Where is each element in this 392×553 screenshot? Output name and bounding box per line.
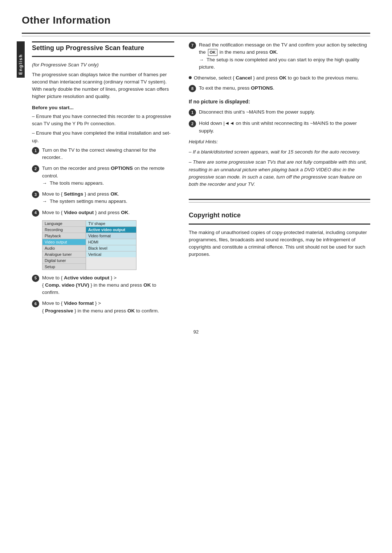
- step-8-content: To exit the menu, press OPTIONS.: [199, 85, 370, 92]
- menu-left-digital-tuner: Digital tuner: [42, 258, 86, 264]
- step-7: 7 Read the notification message on the T…: [189, 41, 370, 71]
- if-no-picture-heading: If no picture is displayed:: [189, 98, 370, 106]
- step-3: 3 Move to { Settings } and press OK. → T…: [32, 191, 174, 205]
- step-6: 6 Move to { Video format } > { Progressi…: [32, 300, 174, 315]
- step-1-content: Turn on the TV to the correct viewing ch…: [42, 147, 174, 161]
- menu-right-active-video-output: Active video output: [86, 227, 136, 233]
- step-7-number: 7: [189, 42, 196, 49]
- if-no-picture-step-2: 2 Hold down |◄◄ on this unit whilst reco…: [189, 120, 370, 135]
- step-4-content: Move to { Video output } and press OK.: [42, 209, 174, 216]
- menu-right-video-format: Video format: [86, 233, 136, 239]
- step-8: 8 To exit the menu, press OPTIONS.: [189, 85, 370, 92]
- step-2-number: 2: [32, 165, 39, 172]
- step-5: 5 Move to { Active video output } > { Co…: [32, 274, 174, 296]
- menu-right-black-level: Black level: [86, 245, 136, 251]
- step-1: 1 Turn on the TV to the correct viewing …: [32, 147, 174, 161]
- helpful-hints-line2: – There are some progressive scan TVs th…: [189, 159, 370, 188]
- if-no-picture-step-1-number: 1: [189, 109, 196, 116]
- section-heading-divider-bottom: [32, 56, 174, 57]
- if-no-picture-section: If no picture is displayed: 1 Disconnect…: [189, 98, 370, 135]
- step-7-content: Read the notification message on the TV …: [199, 41, 370, 71]
- before-start-label: Before you start...: [32, 104, 174, 111]
- step-3-number: 3: [32, 191, 39, 198]
- if-no-picture-step-1-content: Disconnect this unit's ~MAINS from the p…: [199, 108, 370, 116]
- step-4: 4 Move to { Video output } and press OK.: [32, 209, 174, 217]
- if-no-picture-step-2-number: 2: [189, 120, 196, 127]
- helpful-hints-line1: – If a blank/distorted screen appears, w…: [189, 148, 370, 156]
- ok-box: OK: [208, 49, 218, 56]
- menu-left-recording: Recording: [42, 227, 86, 233]
- if-no-picture-step-2-content: Hold down |◄◄ on this unit whilst reconn…: [199, 120, 370, 135]
- title-divider-thin: [22, 36, 370, 36]
- step-5-content: Move to { Active video output } > { Comp…: [42, 274, 174, 296]
- helpful-hints-section: Helpful Hints: – If a blank/distorted sc…: [189, 138, 370, 188]
- right-column: 7 Read the notification message on the T…: [189, 41, 370, 318]
- otherwise-bullet: Otherwise, select { Cancel } and press O…: [189, 74, 370, 82]
- menu-left-setup: Setup: [42, 264, 86, 270]
- two-col-layout: English Setting up Progressive Scan feat…: [22, 41, 370, 318]
- dash-item-2: – Ensure that you have completed the ini…: [32, 130, 174, 144]
- copyright-section: Copyright notice The making of unauthori…: [189, 211, 370, 258]
- helpful-hints-title: Helpful Hints:: [189, 138, 370, 146]
- step-1-number: 1: [32, 147, 39, 154]
- left-column: English Setting up Progressive Scan feat…: [22, 41, 174, 318]
- section-heading-divider-top: [32, 41, 174, 42]
- step-4-number: 4: [32, 209, 39, 217]
- menu-right-tv-shape: TV shape: [86, 221, 136, 227]
- step-8-number: 8: [189, 85, 196, 92]
- step-2-content: Turn on the recorder and press OPTIONS o…: [42, 165, 174, 187]
- menu-left-analogue-tuner: Analogue tuner: [42, 251, 86, 258]
- step-2: 2 Turn on the recorder and press OPTIONS…: [32, 165, 174, 187]
- menu-col-left: Language Recording Playback Video output…: [42, 221, 86, 270]
- title-divider-thick: [22, 33, 370, 34]
- step-5-number: 5: [32, 275, 39, 282]
- page-number: 92: [22, 329, 370, 335]
- menu-col-right: TV shape Active video output Video forma…: [86, 221, 136, 270]
- menu-right-vertical: Vertical: [86, 251, 136, 257]
- page-container: Other Information English Setting up Pro…: [0, 0, 392, 349]
- menu-left-playback: Playback: [42, 233, 86, 239]
- for-note: (for Progressive Scan TV only): [32, 61, 174, 69]
- step-3-content: Move to { Settings } and press OK. → The…: [42, 191, 174, 205]
- copyright-divider-thin: [189, 202, 370, 202]
- step-6-content: Move to { Video format } > { Progressive…: [42, 300, 174, 315]
- page-title: Other Information: [22, 15, 370, 26]
- copyright-heading: Copyright notice: [189, 211, 370, 220]
- menu-left-video-output: Video output: [42, 239, 86, 245]
- menu-left-audio: Audio: [42, 245, 86, 251]
- copyright-heading-divider: [189, 224, 370, 225]
- otherwise-text: Otherwise, select { Cancel } and press O…: [194, 74, 359, 82]
- description: The progressive scan displays twice the …: [32, 71, 174, 101]
- section-heading: Setting up Progressive Scan feature: [32, 44, 174, 52]
- english-sidebar-label: English: [17, 41, 25, 78]
- copyright-text: The making of unauthorised copies of cop…: [189, 229, 370, 258]
- menu-right-hdmi: HDMI: [86, 239, 136, 245]
- bullet-icon: [189, 76, 192, 79]
- menu-table: Language Recording Playback Video output…: [42, 220, 136, 270]
- if-no-picture-step-1: 1 Disconnect this unit's ~MAINS from the…: [189, 108, 370, 116]
- step-6-number: 6: [32, 300, 39, 307]
- dash-item-1: – Ensure that you have connected this re…: [32, 113, 174, 128]
- menu-left-language: Language: [42, 221, 86, 227]
- copyright-divider-top: [189, 199, 370, 200]
